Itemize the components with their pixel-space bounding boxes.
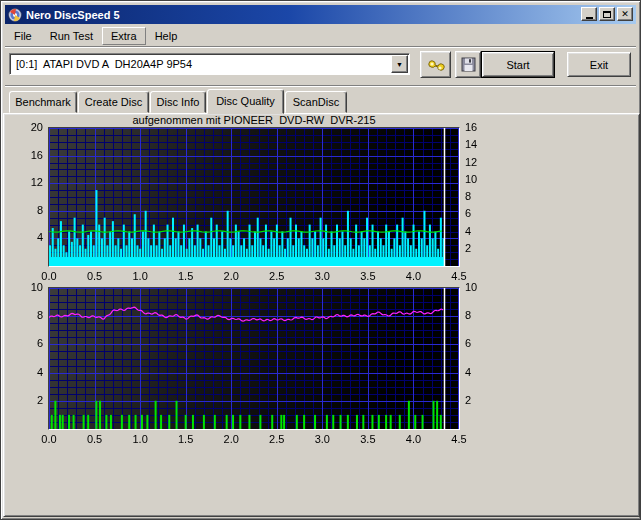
- start-button-label: Start: [506, 59, 529, 71]
- pi-errors-chart: [48, 127, 460, 267]
- app-icon: [8, 8, 22, 22]
- start-button[interactable]: Start: [482, 52, 554, 77]
- tab-benchmark[interactable]: Benchmark: [9, 91, 77, 113]
- tab-disc-quality[interactable]: Disc Quality: [207, 89, 284, 114]
- pi-failures-jitter-chart: [48, 287, 460, 430]
- exit-button-label: Exit: [590, 59, 608, 71]
- titlebar: Nero DiscSpeed 5 ✕: [5, 5, 636, 24]
- menu-item-run-test[interactable]: Run Test: [41, 27, 102, 45]
- tab-scandisc[interactable]: ScanDisc: [285, 91, 347, 113]
- eject-icon: [427, 57, 445, 73]
- tab-create-disc[interactable]: Create Disc: [78, 91, 149, 113]
- save-icon: [461, 57, 476, 72]
- close-icon[interactable]: ✕: [617, 7, 633, 21]
- separator: [5, 46, 636, 48]
- exit-button[interactable]: Exit: [567, 52, 631, 77]
- separator: [5, 85, 636, 87]
- save-button[interactable]: [455, 51, 481, 78]
- eject-button[interactable]: [420, 51, 451, 78]
- menu-item-help[interactable]: Help: [146, 27, 187, 45]
- app-window: Nero DiscSpeed 5 ✕ FileRun TestExtraHelp…: [0, 0, 641, 520]
- menubar: FileRun TestExtraHelp: [5, 26, 636, 45]
- maximize-icon[interactable]: [599, 7, 615, 21]
- menu-item-extra[interactable]: Extra: [102, 27, 146, 45]
- chart-title: aufgenommen mit PIONEER DVD-RW DVR-215: [49, 114, 459, 126]
- tab-disc-info[interactable]: Disc Info: [150, 91, 206, 113]
- drive-selector[interactable]: [0:1] ATAPI DVD A DH20A4P 9P54 ▼: [9, 53, 410, 75]
- minimize-icon[interactable]: [581, 7, 597, 21]
- drive-selector-value: [0:1] ATAPI DVD A DH20A4P 9P54: [10, 58, 390, 70]
- menu-item-file[interactable]: File: [5, 27, 41, 45]
- window-title: Nero DiscSpeed 5: [26, 9, 120, 21]
- chevron-down-icon[interactable]: ▼: [391, 55, 408, 73]
